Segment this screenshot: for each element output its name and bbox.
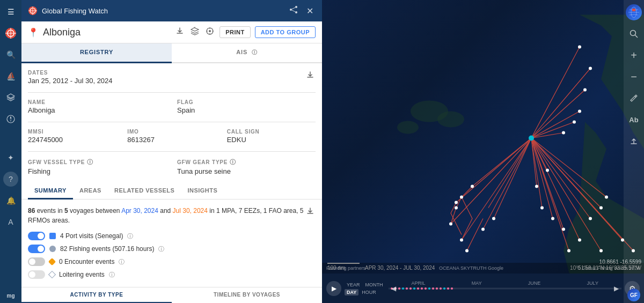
fishing-info-icon[interactable]: ⓘ bbox=[158, 245, 164, 253]
svg-point-62 bbox=[551, 217, 554, 220]
bottom-tab-activity[interactable]: ACTIVITY BY TYPE bbox=[21, 287, 172, 303]
track-dot bbox=[428, 287, 430, 290]
sub-tab-insights[interactable]: INSIGHTS bbox=[181, 183, 224, 199]
close-icon[interactable]: ✕ bbox=[304, 5, 316, 17]
track-dot bbox=[447, 287, 449, 290]
add-to-group-button[interactable]: ADD TO GROUP bbox=[255, 26, 316, 38]
mmsi-field: MMSI 224745000 bbox=[28, 129, 116, 144]
ais-info-icon: ⓘ bbox=[252, 49, 258, 55]
right-avatar-icon[interactable]: GF bbox=[626, 287, 642, 303]
fishing-events-row: 82 Fishing events (507.16 hours) ⓘ bbox=[28, 245, 316, 253]
track-dot bbox=[413, 287, 415, 290]
right-minus-icon[interactable]: − bbox=[626, 69, 642, 85]
port-visits-row: 4 Port visits (Senegal) ⓘ bbox=[28, 232, 316, 240]
fishing-events-label: 82 Fishing events (507.16 hours) bbox=[60, 245, 154, 253]
gfw-vessel-type-label: GFW VESSEL TYPE ⓘ bbox=[28, 158, 166, 166]
vessel-actions: PRINT ADD TO GROUP bbox=[174, 26, 316, 39]
tab-ais[interactable]: AIS ⓘ bbox=[172, 43, 322, 63]
right-edit-icon[interactable] bbox=[626, 90, 642, 106]
map-area: 100 nm APR 30, 2024 - JUL 30, 2024 10.86… bbox=[322, 0, 644, 303]
track-left-handle[interactable]: ◀ bbox=[391, 285, 396, 292]
right-search-icon[interactable] bbox=[626, 26, 642, 42]
vessel-name-row: 📍 Alboniga bbox=[21, 21, 322, 43]
timeline-track[interactable]: APRIL MAY JUNE JULY bbox=[389, 280, 621, 297]
track-labels: APRIL MAY JUNE JULY bbox=[389, 280, 621, 286]
svg-point-68 bbox=[605, 196, 608, 199]
bell-nav-icon[interactable]: 🔔 bbox=[3, 193, 18, 208]
right-text-icon[interactable]: Ab bbox=[626, 112, 642, 128]
svg-point-72 bbox=[471, 185, 474, 188]
svg-line-27 bbox=[531, 69, 590, 138]
translate-nav-icon[interactable]: A bbox=[3, 215, 18, 230]
svg-point-53 bbox=[578, 46, 581, 49]
summary-download-icon[interactable] bbox=[305, 206, 316, 219]
port-visits-toggle[interactable] bbox=[28, 232, 45, 240]
help-nav-icon[interactable]: ? bbox=[3, 172, 18, 187]
loitering-info-icon[interactable]: ⓘ bbox=[109, 271, 115, 279]
time-unit-year[interactable]: YEAR bbox=[345, 282, 362, 288]
timeline: ▶ YEAR MONTH DAY HOUR APRIL MAY JUNE JUL… bbox=[322, 274, 644, 303]
encounter-info-icon[interactable]: ⓘ bbox=[119, 258, 125, 266]
time-unit-day[interactable]: DAY bbox=[345, 289, 358, 295]
right-plus-icon[interactable]: + bbox=[626, 47, 642, 63]
track-dot bbox=[406, 287, 408, 290]
play-button[interactable]: ▶ bbox=[326, 281, 341, 296]
download-icon[interactable] bbox=[174, 26, 185, 39]
imo-field: IMO 8613267 bbox=[127, 129, 216, 144]
bottom-tab-timeline[interactable]: TIMELINE BY VOYAGES bbox=[172, 287, 322, 303]
target-icon[interactable] bbox=[204, 26, 215, 39]
sparkle-nav-icon[interactable]: ✦ bbox=[3, 150, 18, 165]
svg-line-87 bbox=[635, 96, 636, 97]
mmsi-value: 224745000 bbox=[28, 136, 116, 144]
panel-header-icons: ✕ bbox=[287, 4, 316, 17]
svg-point-56 bbox=[578, 110, 581, 113]
vessel-name-label: Alboniga bbox=[43, 27, 80, 38]
menu-icon[interactable]: ☰ bbox=[3, 4, 18, 19]
globe-icon[interactable] bbox=[626, 4, 642, 20]
svg-point-24 bbox=[437, 112, 464, 128]
tab-registry[interactable]: REGISTRY bbox=[21, 43, 172, 63]
svg-point-66 bbox=[589, 217, 592, 220]
time-unit-hour[interactable]: HOUR bbox=[360, 289, 378, 295]
svg-marker-5 bbox=[10, 116, 12, 119]
mmsi-imo-row: MMSI 224745000 IMO 8613267 CALL SIGN EDK… bbox=[28, 129, 316, 144]
svg-point-80 bbox=[455, 201, 458, 204]
sub-tab-areas[interactable]: AREAS bbox=[73, 183, 108, 199]
time-unit-month[interactable]: MONTH bbox=[363, 282, 385, 288]
svg-point-69 bbox=[599, 249, 603, 253]
sub-tab-related-vessels[interactable]: RELATED VESSELS bbox=[108, 183, 181, 199]
svg-point-61 bbox=[540, 206, 544, 210]
search-nav-icon[interactable]: 🔍 bbox=[3, 47, 18, 62]
svg-point-17 bbox=[209, 30, 211, 32]
svg-point-52 bbox=[529, 136, 534, 141]
panel-content: DATES Jan 25, 2012 - Jul 30, 2024 NAME A… bbox=[21, 63, 322, 287]
port-visits-label: 4 Port visits (Senegal) bbox=[60, 232, 123, 240]
svg-point-79 bbox=[465, 249, 469, 253]
sub-tab-summary[interactable]: SUMMARY bbox=[28, 183, 73, 199]
registry-ais-tabs: REGISTRY AIS ⓘ bbox=[21, 43, 322, 63]
name-value: Alboniga bbox=[28, 106, 166, 114]
vessel-nav-icon[interactable]: ⛵ bbox=[3, 69, 18, 84]
port-visits-info-icon[interactable]: ⓘ bbox=[127, 232, 133, 240]
compass-nav-icon[interactable] bbox=[3, 112, 18, 127]
divider-2 bbox=[28, 122, 316, 122]
loitering-toggle[interactable] bbox=[28, 270, 45, 279]
layers-icon[interactable] bbox=[189, 26, 200, 39]
svg-point-76 bbox=[460, 239, 463, 242]
vessel-type-info-icon[interactable]: ⓘ bbox=[87, 158, 93, 166]
share-icon[interactable] bbox=[287, 4, 300, 17]
svg-marker-6 bbox=[10, 119, 12, 122]
svg-point-59 bbox=[546, 169, 549, 172]
mg-icon[interactable]: mg bbox=[3, 288, 18, 303]
gear-type-info-icon[interactable]: ⓘ bbox=[230, 158, 236, 166]
svg-line-15 bbox=[292, 10, 295, 12]
right-upload-icon[interactable] bbox=[626, 133, 642, 149]
fishing-toggle[interactable] bbox=[28, 245, 45, 253]
print-button[interactable]: PRINT bbox=[219, 26, 251, 38]
encounter-toggle[interactable] bbox=[28, 257, 45, 266]
layers-nav-icon[interactable] bbox=[3, 90, 18, 105]
flag-label: FLAG bbox=[177, 99, 316, 105]
track-right-handle[interactable]: ▶ bbox=[614, 285, 619, 292]
dates-download-icon[interactable] bbox=[305, 70, 316, 83]
dates-label: DATES bbox=[28, 70, 113, 76]
